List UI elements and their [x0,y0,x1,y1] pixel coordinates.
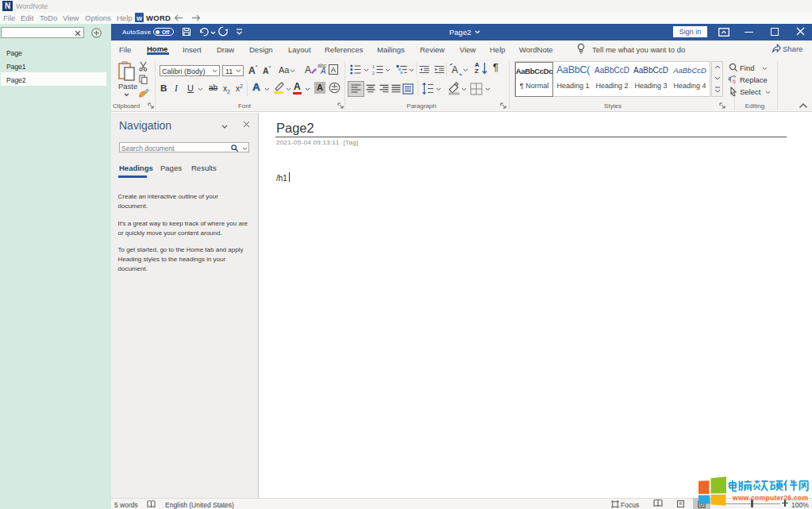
svg-text:2: 2 [372,71,375,75]
svg-text:1: 1 [372,64,375,69]
svg-text:b: b [733,79,736,84]
svg-text:A: A [452,64,458,75]
